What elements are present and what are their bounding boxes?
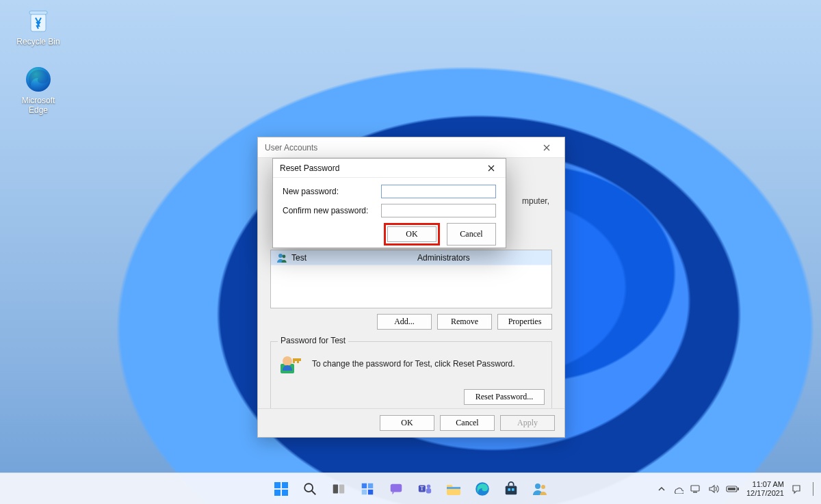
svg-point-29 xyxy=(535,483,540,489)
dialog-bottom-bar: OK Cancel Apply xyxy=(258,408,564,437)
svg-rect-18 xyxy=(368,489,373,494)
desktop-icon-edge[interactable]: Microsoft Edge xyxy=(12,64,64,115)
svg-rect-17 xyxy=(362,489,367,494)
user-accounts-taskbar-button[interactable] xyxy=(527,477,552,501)
svg-rect-13 xyxy=(333,484,338,493)
confirm-password-label: Confirm new password: xyxy=(283,206,381,215)
svg-point-22 xyxy=(427,484,431,488)
notifications-icon[interactable] xyxy=(791,483,802,494)
battery-icon[interactable] xyxy=(726,485,740,493)
svg-point-30 xyxy=(541,485,545,489)
close-icon xyxy=(543,144,550,151)
remove-button[interactable]: Remove xyxy=(437,314,492,330)
password-text: To change the password for Test, click R… xyxy=(312,359,515,369)
chevron-up-icon[interactable] xyxy=(657,485,666,493)
windows-start-icon xyxy=(273,481,289,497)
ok-highlight-annotation: OK xyxy=(384,223,440,246)
show-desktop-button[interactable] xyxy=(813,482,816,496)
edge-button[interactable] xyxy=(470,477,495,501)
svg-rect-24 xyxy=(447,487,460,489)
teams-icon: T xyxy=(417,481,432,496)
onedrive-icon[interactable] xyxy=(673,484,683,494)
taskbar-right: 11:07 AM 12/17/2021 xyxy=(657,473,816,504)
taskbar-center: T xyxy=(269,473,552,504)
titlebar[interactable]: User Accounts xyxy=(258,137,564,158)
svg-rect-8 xyxy=(282,482,288,488)
add-button[interactable]: Add... xyxy=(377,314,432,330)
svg-rect-26 xyxy=(506,486,517,494)
volume-icon[interactable] xyxy=(708,484,719,494)
window-title: User Accounts xyxy=(265,143,533,152)
user-row[interactable]: Test Administrators xyxy=(271,250,551,265)
search-button[interactable] xyxy=(298,477,322,501)
apply-button: Apply xyxy=(500,415,555,431)
teams-button[interactable]: T xyxy=(413,477,437,501)
confirm-password-input[interactable] xyxy=(381,204,496,217)
svg-point-4 xyxy=(283,254,286,258)
close-button[interactable] xyxy=(533,138,560,157)
properties-button[interactable]: Properties xyxy=(497,314,552,330)
svg-rect-23 xyxy=(426,488,431,493)
cancel-button[interactable]: Cancel xyxy=(440,415,495,431)
task-view-icon xyxy=(331,481,346,496)
recycle-bin-icon xyxy=(23,5,53,36)
svg-rect-27 xyxy=(508,488,510,491)
svg-rect-34 xyxy=(738,488,739,490)
new-password-input[interactable] xyxy=(381,185,496,198)
svg-line-12 xyxy=(312,490,316,494)
svg-rect-16 xyxy=(368,483,373,488)
svg-rect-7 xyxy=(274,482,281,488)
password-user-icon xyxy=(279,352,304,376)
start-button[interactable] xyxy=(269,477,294,501)
svg-rect-1 xyxy=(29,11,47,14)
svg-point-6 xyxy=(283,356,292,366)
desktop-icon-recycle-bin[interactable]: Recycle Bin xyxy=(12,5,64,47)
close-icon xyxy=(488,165,495,172)
svg-rect-28 xyxy=(512,488,514,491)
file-explorer-button[interactable] xyxy=(441,477,466,501)
chat-button[interactable] xyxy=(384,477,408,501)
dialog-title: Reset Password xyxy=(280,163,480,173)
user-name: Test xyxy=(289,253,417,263)
new-password-label: New password: xyxy=(283,187,381,196)
chat-icon xyxy=(389,481,404,496)
svg-point-11 xyxy=(304,483,313,492)
clock-time: 11:07 AM xyxy=(746,480,784,489)
reset-password-dialog[interactable]: Reset Password New password: Confirm new… xyxy=(272,158,506,248)
desktop-icon-label: Microsoft Edge xyxy=(12,96,64,115)
system-tray[interactable] xyxy=(657,484,740,494)
clock-date: 12/17/2021 xyxy=(746,489,784,498)
user-group: Administrators xyxy=(417,253,547,263)
user-buttons-row: Add... Remove Properties xyxy=(377,314,552,330)
password-fieldset: Password for Test To change the password… xyxy=(270,341,552,411)
fieldset-legend: Password for Test xyxy=(278,336,348,345)
task-view-button[interactable] xyxy=(326,477,351,501)
store-button[interactable] xyxy=(499,477,523,501)
close-button[interactable] xyxy=(480,160,503,176)
reset-password-button[interactable]: Reset Password... xyxy=(464,389,545,405)
svg-text:T: T xyxy=(420,486,423,492)
users-listbox[interactable]: Test Administrators xyxy=(270,250,552,308)
network-icon[interactable] xyxy=(690,485,701,493)
svg-rect-31 xyxy=(691,486,699,491)
svg-rect-15 xyxy=(362,483,367,488)
edge-icon xyxy=(23,64,53,94)
widgets-button[interactable] xyxy=(355,477,380,501)
folder-icon xyxy=(445,481,462,496)
taskbar[interactable]: T xyxy=(0,473,821,504)
ok-button[interactable]: OK xyxy=(380,415,434,431)
svg-rect-35 xyxy=(728,488,735,490)
taskbar-clock[interactable]: 11:07 AM 12/17/2021 xyxy=(746,480,784,498)
svg-rect-9 xyxy=(274,490,281,496)
hint-text-fragment: mputer, xyxy=(522,196,549,206)
desktop[interactable]: Recycle Bin Microsoft Edge User Accounts xyxy=(0,0,821,504)
svg-rect-19 xyxy=(391,483,402,492)
users-icon xyxy=(532,481,548,497)
ok-button[interactable]: OK xyxy=(387,226,436,242)
svg-point-3 xyxy=(278,254,283,258)
svg-rect-14 xyxy=(339,484,344,493)
titlebar[interactable]: Reset Password xyxy=(273,159,506,178)
cancel-button[interactable]: Cancel xyxy=(447,223,496,246)
widgets-icon xyxy=(360,481,375,496)
desktop-icon-label: Recycle Bin xyxy=(12,37,64,47)
